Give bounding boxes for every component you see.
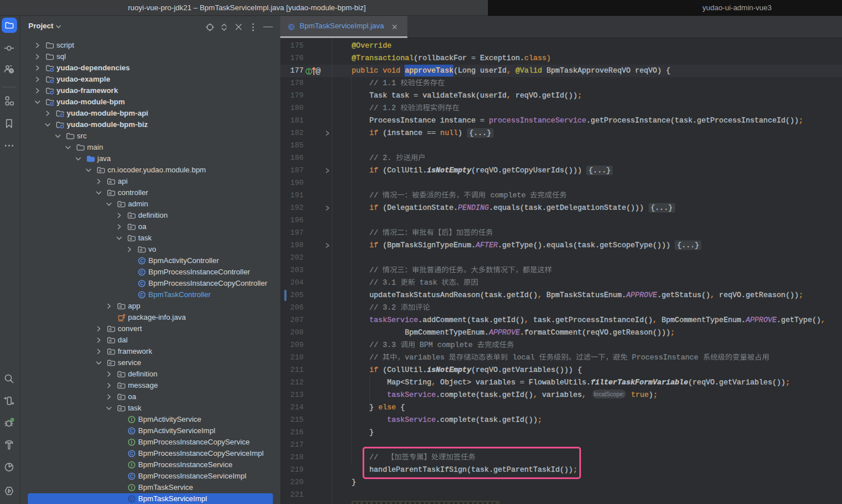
- svg-text:I: I: [130, 439, 132, 445]
- svg-text:C: C: [129, 473, 133, 479]
- svg-text:C: C: [129, 451, 133, 456]
- svg-text:I: I: [130, 485, 132, 490]
- svg-text:C: C: [129, 496, 133, 502]
- svg-text:C: C: [140, 269, 143, 275]
- svg-text:I: I: [130, 462, 132, 468]
- svg-text:?: ?: [10, 69, 13, 74]
- svg-text:C: C: [140, 292, 143, 298]
- svg-text:C: C: [129, 428, 133, 434]
- svg-text:C: C: [140, 281, 143, 286]
- svg-text:C: C: [290, 25, 293, 29]
- svg-text:C: C: [140, 258, 143, 264]
- svg-text:I: I: [130, 417, 132, 422]
